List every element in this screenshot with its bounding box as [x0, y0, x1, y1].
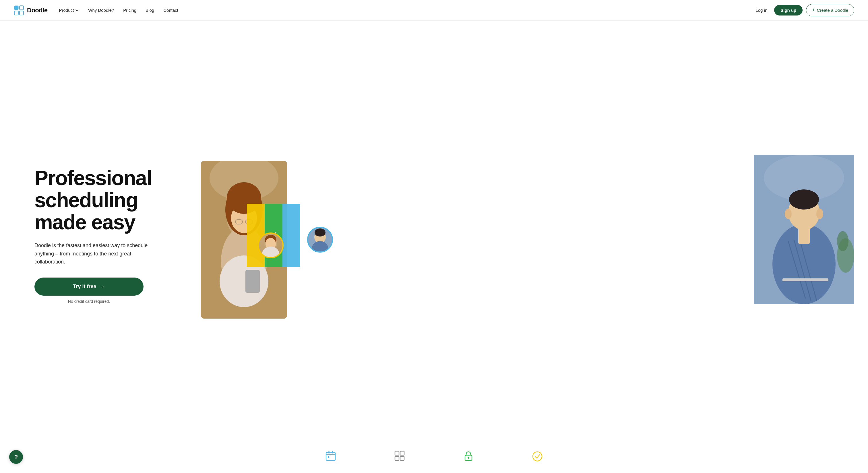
bottom-icon-1 — [325, 450, 336, 463]
svg-rect-40 — [332, 451, 333, 453]
svg-rect-3 — [20, 11, 24, 15]
nav-item-why-doodle[interactable]: Why Doodle? — [88, 8, 114, 12]
chevron-down-icon — [75, 8, 79, 12]
hero-section: Professional scheduling made easy Doodle… — [0, 21, 868, 444]
svg-rect-39 — [329, 451, 330, 453]
svg-point-47 — [468, 457, 469, 459]
svg-rect-37 — [326, 452, 335, 461]
svg-rect-42 — [395, 451, 399, 455]
svg-rect-45 — [400, 456, 404, 461]
svg-rect-2 — [20, 6, 24, 10]
no-credit-text: No credit card required. — [34, 299, 144, 304]
nav-item-contact[interactable]: Contact — [163, 8, 178, 12]
svg-rect-26 — [782, 278, 828, 281]
nav-links: Product Why Doodle? Pricing Blog Contact — [59, 8, 752, 12]
svg-point-32 — [262, 247, 279, 257]
nav-item-product[interactable]: Product — [59, 8, 79, 12]
bottom-icons-row — [0, 444, 868, 473]
signup-button[interactable]: Sign up — [774, 5, 803, 15]
logo-link[interactable]: Doodle — [14, 5, 48, 15]
bottom-icon-2 — [394, 450, 405, 463]
svg-point-25 — [816, 209, 823, 219]
bottom-icon-3 — [463, 450, 474, 463]
bottom-icon-4 — [532, 450, 543, 463]
hero-image-man — [754, 155, 854, 304]
hero-images: ✓ — [184, 155, 854, 316]
svg-point-28 — [837, 231, 848, 251]
try-free-button[interactable]: Try it free → — [34, 278, 144, 296]
arrow-right-icon: → — [99, 283, 105, 290]
nav-item-blog[interactable]: Blog — [146, 8, 154, 12]
navbar: Doodle Product Why Doodle? Pricing Blog … — [0, 0, 868, 21]
svg-rect-14 — [245, 270, 260, 293]
plus-icon: + — [812, 7, 815, 13]
login-button[interactable]: Log in — [752, 5, 771, 15]
bar-blue — [282, 204, 300, 267]
svg-point-48 — [533, 452, 542, 461]
create-doodle-button[interactable]: + Create a Doodle — [806, 4, 854, 17]
help-button[interactable]: ? — [9, 450, 23, 464]
svg-point-23 — [789, 189, 819, 210]
svg-rect-41 — [328, 456, 329, 458]
hero-subtitle: Doodle is the fastest and easiest way to… — [34, 241, 161, 266]
hero-content: Professional scheduling made easy Doodle… — [34, 167, 184, 304]
calendar-icon — [325, 450, 336, 463]
avatar-circle-man — [307, 227, 333, 253]
doodle-logo-icon — [14, 5, 24, 15]
avatar-circle-woman — [258, 232, 284, 258]
lock-icon — [463, 450, 474, 463]
grid-icon — [394, 450, 405, 463]
nav-item-pricing[interactable]: Pricing — [123, 8, 136, 12]
check-circle-icon — [532, 450, 543, 463]
svg-point-35 — [315, 228, 326, 236]
logo-text: Doodle — [27, 7, 48, 14]
nav-right: Log in Sign up + Create a Doodle — [752, 4, 854, 17]
svg-rect-43 — [400, 451, 404, 455]
svg-rect-1 — [14, 11, 19, 15]
man-photo — [754, 155, 854, 304]
hero-title: Professional scheduling made easy — [34, 167, 184, 233]
svg-rect-0 — [14, 6, 19, 10]
svg-point-24 — [785, 209, 792, 219]
svg-rect-44 — [395, 456, 399, 461]
